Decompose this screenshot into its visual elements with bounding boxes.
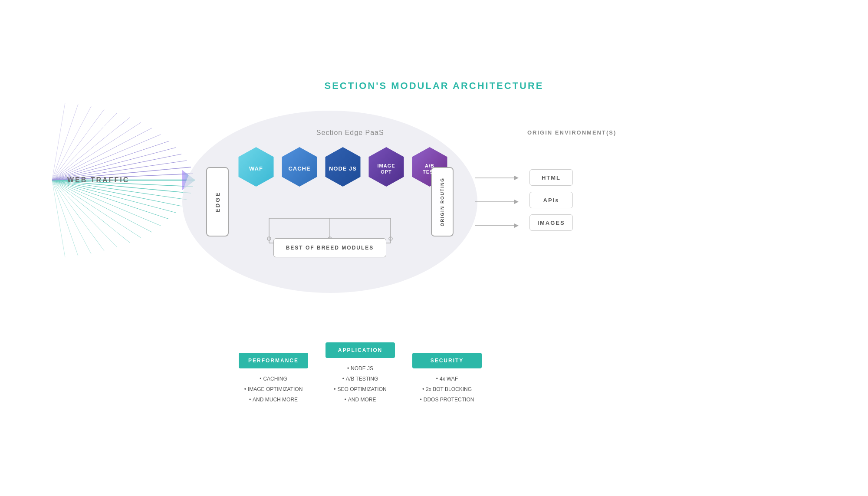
perf-item-2: IMAGE OPTIMIZATION bbox=[244, 384, 303, 394]
hexagon-cache: CACHE bbox=[280, 146, 319, 191]
sec-item-2: 2x BOT BLOCKING bbox=[420, 384, 474, 394]
sec-item-3: DDOS PROTECTION bbox=[420, 394, 474, 405]
origin-box-images: IMAGES bbox=[529, 214, 573, 231]
app-item-1: NODE JS bbox=[334, 363, 386, 374]
security-btn: SECURITY bbox=[412, 353, 482, 368]
application-btn: APPLICATION bbox=[326, 342, 395, 358]
hex-cache-label: CACHE bbox=[288, 165, 310, 173]
origin-box-apis: APIs bbox=[529, 192, 573, 208]
hex-waf-label: WAF bbox=[249, 165, 263, 173]
hexagon-waf: WAF bbox=[237, 146, 276, 191]
best-breed-box: BEST OF BREED MODULES bbox=[273, 238, 386, 257]
svg-line-11 bbox=[52, 180, 117, 247]
hex-nodejs: NODE JS bbox=[323, 146, 362, 191]
performance-label: PERFORMANCE bbox=[248, 358, 299, 364]
origin-html-label: HTML bbox=[542, 174, 561, 181]
security-label: SECURITY bbox=[431, 358, 464, 364]
web-traffic-label: WEB TRAFFIC bbox=[67, 176, 129, 184]
svg-line-7 bbox=[52, 180, 161, 226]
svg-line-27 bbox=[52, 109, 104, 180]
origin-apis-label: APIs bbox=[543, 197, 559, 204]
hex-imageopt: IMAGEOPT bbox=[367, 146, 406, 191]
security-list: 4x WAF 2x BOT BLOCKING DDOS PROTECTION bbox=[420, 374, 474, 405]
best-breed-label: BEST OF BREED MODULES bbox=[286, 245, 374, 251]
edge-box: EDGE bbox=[206, 167, 229, 237]
paas-label: Section Edge PaaS bbox=[316, 129, 384, 137]
svg-line-24 bbox=[52, 122, 141, 180]
origin-images-label: IMAGES bbox=[537, 220, 565, 226]
hexagon-imageopt: IMAGEOPT bbox=[367, 146, 406, 191]
hex-abtest-label: A/BTEST bbox=[423, 163, 437, 175]
svg-line-26 bbox=[52, 113, 117, 180]
performance-btn: PERFORMANCE bbox=[239, 353, 308, 368]
hexagon-nodejs: NODE JS bbox=[323, 146, 362, 191]
origin-environment-title: ORIGIN ENVIRONMENT(S) bbox=[527, 129, 616, 136]
application-list: NODE JS A/B TESTING SEO OPTIMIZATION AND… bbox=[334, 363, 386, 405]
page-title: SECTION'S MODULAR ARCHITECTURE bbox=[324, 80, 543, 92]
application-label: APPLICATION bbox=[338, 347, 382, 353]
origin-boxes: HTML APIs IMAGES bbox=[529, 169, 573, 237]
sec-item-1: 4x WAF bbox=[420, 374, 474, 384]
perf-item-3: AND MUCH MORE bbox=[244, 394, 303, 405]
hex-imageopt-label: IMAGEOPT bbox=[377, 163, 395, 175]
origin-routing-box: ORIGIN ROUTING bbox=[431, 167, 454, 237]
origin-routing-label: ORIGIN ROUTING bbox=[440, 177, 445, 226]
hexagons-row: WAF CACHE bbox=[237, 146, 449, 191]
svg-line-12 bbox=[52, 180, 104, 251]
category-application: APPLICATION NODE JS A/B TESTING SEO OPTI… bbox=[317, 342, 404, 405]
app-item-3: SEO OPTIMIZATION bbox=[334, 384, 386, 394]
category-performance: PERFORMANCE CACHING IMAGE OPTIMIZATION A… bbox=[230, 353, 317, 405]
svg-marker-56 bbox=[514, 223, 519, 228]
web-traffic-section: WEB TRAFFIC bbox=[0, 56, 208, 304]
app-item-2: A/B TESTING bbox=[334, 374, 386, 384]
svg-line-9 bbox=[52, 180, 141, 238]
hex-waf: WAF bbox=[237, 146, 276, 191]
svg-line-22 bbox=[52, 135, 161, 180]
perf-item-1: CACHING bbox=[244, 374, 303, 384]
app-item-4: AND MORE bbox=[334, 394, 386, 405]
hex-nodejs-label: NODE JS bbox=[329, 165, 357, 173]
svg-marker-52 bbox=[514, 176, 519, 180]
svg-line-4 bbox=[52, 180, 181, 206]
ellipse-container: Section Edge PaaS EDGE WAF bbox=[182, 111, 477, 293]
svg-marker-54 bbox=[514, 200, 519, 204]
arrow-connectors bbox=[475, 154, 532, 250]
edge-label: EDGE bbox=[214, 191, 221, 213]
category-security: SECURITY 4x WAF 2x BOT BLOCKING DDOS PRO… bbox=[404, 353, 490, 405]
hex-cache: CACHE bbox=[280, 146, 319, 191]
performance-list: CACHING IMAGE OPTIMIZATION AND MUCH MORE bbox=[244, 374, 303, 405]
origin-box-html: HTML bbox=[529, 169, 573, 186]
